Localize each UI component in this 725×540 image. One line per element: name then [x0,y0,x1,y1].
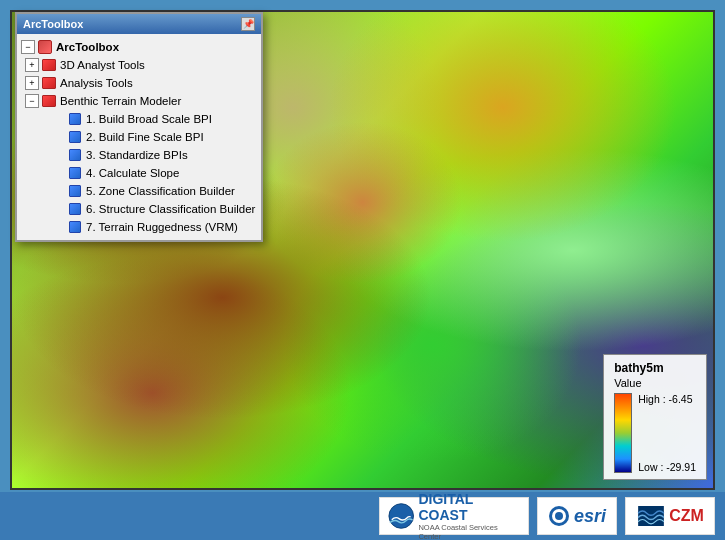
legend-high: High : -6.45 [638,393,696,405]
benthic-icon [41,93,57,109]
svg-point-3 [555,512,563,520]
pin-button[interactable]: 📌 [241,17,255,31]
tool-icon-3 [67,147,83,163]
tool-terrain-ruggedness[interactable]: 7. Terrain Ruggedness (VRM) [63,218,261,236]
root-expand[interactable] [21,40,35,54]
arctoolbox-title: ArcToolbox [23,18,83,30]
legend-subtitle: Value [614,377,696,389]
root-label: ArcToolbox [56,41,119,53]
tool-build-broad-bpi[interactable]: 1. Build Broad Scale BPI [63,110,261,128]
arctoolbox-titlebar: ArcToolbox 📌 [17,14,261,34]
digital-coast-text: DIGITAL COAST [418,491,520,523]
tool-build-fine-bpi[interactable]: 2. Build Fine Scale BPI [63,128,261,146]
tool-label-3: 3. Standardize BPIs [86,149,188,161]
arctoolbox-panel: ArcToolbox 📌 ArcToolbox 3D Analyst Tools [15,12,263,242]
legend-panel: bathy5m Value High : -6.45 Low : -29.91 [603,354,707,480]
tool-structure-classification[interactable]: 6. Structure Classification Builder [63,200,261,218]
analysis-tools-icon [41,75,57,91]
tool-icon-5 [67,183,83,199]
benthic-expand[interactable] [25,94,39,108]
digital-coast-icon [388,502,414,530]
tool-label-5: 5. Zone Classification Builder [86,185,235,197]
tool-label-6: 6. Structure Classification Builder [86,203,255,215]
digital-coast-logo: DIGITAL COAST NOAA Coastal Services Cent… [379,497,529,535]
3d-analyst-label: 3D Analyst Tools [60,59,145,71]
3d-analyst-icon [41,57,57,73]
digital-coast-subtext: NOAA Coastal Services Center [418,523,520,540]
benthic-label: Benthic Terrain Modeler [60,95,181,107]
tool-icon-7 [67,219,83,235]
legend-gradient: High : -6.45 Low : -29.91 [614,393,696,473]
tool-label-4: 4. Calculate Slope [86,167,179,179]
toolbox-content: ArcToolbox 3D Analyst Tools Analysis Too… [17,34,261,240]
3d-analyst-expand[interactable] [25,58,39,72]
legend-color-bar [614,393,632,473]
analysis-tools-label: Analysis Tools [60,77,133,89]
czm-logo: CZM [625,497,715,535]
tool-label-7: 7. Terrain Ruggedness (VRM) [86,221,238,233]
toolbox-icon [37,39,53,55]
esri-logo: esri [537,497,617,535]
czm-text: CZM [669,507,704,525]
legend-low: Low : -29.91 [638,461,696,473]
tool-icon-2 [67,129,83,145]
tree-root[interactable]: ArcToolbox [17,38,261,56]
czm-container: CZM [636,506,704,526]
esri-text: esri [574,506,606,527]
tool-icon-4 [67,165,83,181]
tool-label-2: 2. Build Fine Scale BPI [86,131,204,143]
tree-item-analysis-tools[interactable]: Analysis Tools [21,74,261,92]
legend-labels: High : -6.45 Low : -29.91 [638,393,696,473]
tree-item-benthic[interactable]: Benthic Terrain Modeler [21,92,261,110]
tool-standardize-bpis[interactable]: 3. Standardize BPIs [63,146,261,164]
tool-icon-6 [67,201,83,217]
legend-title: bathy5m [614,361,696,375]
czm-wave-icon [636,506,666,526]
tree-item-3d-analyst[interactable]: 3D Analyst Tools [21,56,261,74]
analysis-tools-expand[interactable] [25,76,39,90]
esri-icon [548,505,570,527]
tool-label-1: 1. Build Broad Scale BPI [86,113,212,125]
tool-zone-classification[interactable]: 5. Zone Classification Builder [63,182,261,200]
bottom-bar: DIGITAL COAST NOAA Coastal Services Cent… [0,492,725,540]
tool-icon-1 [67,111,83,127]
tool-calculate-slope[interactable]: 4. Calculate Slope [63,164,261,182]
